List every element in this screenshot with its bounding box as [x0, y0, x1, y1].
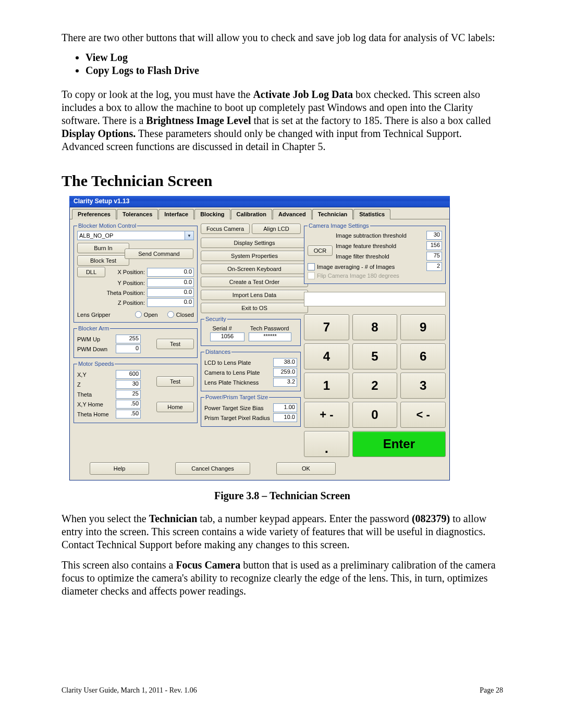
tab-preferences[interactable]: Preferences — [72, 209, 116, 219]
key-8[interactable]: 8 — [352, 314, 398, 340]
sub-threshold-field[interactable]: 30 — [426, 231, 442, 240]
feat-threshold-field[interactable]: 156 — [426, 241, 442, 250]
paragraph-4: This screen also contains a Focus Camera… — [62, 559, 503, 598]
key-enter[interactable]: Enter — [352, 431, 446, 457]
xy-field[interactable]: 600 — [116, 370, 141, 379]
pwmdn-label: PWM Down — [77, 346, 114, 352]
legend-distances: Distances — [204, 349, 231, 355]
key-plusminus[interactable]: + - — [304, 402, 349, 428]
block-test-button[interactable]: Block Test — [77, 255, 129, 266]
footer-right: Page 28 — [480, 686, 503, 695]
avg-checkbox[interactable] — [308, 263, 315, 270]
key-backspace[interactable]: < - — [400, 402, 446, 428]
lcd-dist-field[interactable]: 38.0 — [273, 358, 297, 367]
command-dropdown[interactable]: ALB_NO_OP ▼ — [77, 231, 194, 240]
group-camera: Camera Image Settings OCR Image subtract… — [304, 223, 446, 284]
group-motor-speeds: Motor Speeds X,Y600 Z30 Theta25 X,Y Home… — [74, 361, 198, 423]
gripper-open-label: Open — [144, 312, 158, 318]
cam-dist-field[interactable]: 259.0 — [273, 368, 297, 377]
import-lens-data-button[interactable]: Import Lens Data — [201, 290, 308, 300]
align-lcd-button[interactable]: Align LCD — [252, 224, 301, 234]
bullet-view-log: View Log — [85, 52, 503, 64]
legend-camera: Camera Image Settings — [308, 223, 370, 229]
tab-interface[interactable]: Interface — [158, 209, 194, 219]
group-security: Security Serial # Tech Password 1056 ***… — [201, 316, 301, 346]
motor-test-button[interactable]: Test — [156, 376, 194, 387]
key-dot[interactable]: . — [304, 431, 349, 457]
paragraph-3: When you select the Technician tab, a nu… — [62, 512, 503, 551]
xyhome-field[interactable]: .50 — [116, 400, 141, 409]
chevron-down-icon: ▼ — [185, 231, 193, 240]
tab-calibration[interactable]: Calibration — [231, 209, 272, 219]
gripper-closed-radio[interactable] — [167, 311, 174, 318]
theta-speed-field[interactable]: 25 — [116, 390, 141, 399]
intro-paragraph: There are two other buttons that will al… — [62, 31, 503, 44]
tab-technician[interactable]: Technician — [312, 209, 353, 219]
paragraph-2: To copy or look at the log, you must hav… — [62, 88, 503, 153]
create-test-order-button[interactable]: Create a Test Order — [201, 277, 308, 287]
thk-dist-field[interactable]: 3.2 — [273, 378, 297, 387]
key-3[interactable]: 3 — [400, 373, 446, 399]
group-blocker-motion: Blocker Motion Control ALB_NO_OP ▼ Burn … — [74, 223, 198, 323]
serial-field[interactable]: 1056 — [210, 332, 244, 341]
cancel-changes-button[interactable]: Cancel Changes — [175, 462, 250, 475]
command-value: ALB_NO_OP — [79, 232, 113, 239]
ypos-label: Y Position: — [100, 280, 145, 286]
burn-in-button[interactable]: Burn In — [77, 243, 129, 253]
techpass-field[interactable]: ****** — [249, 332, 291, 341]
filt-threshold-field[interactable]: 75 — [426, 252, 442, 261]
gripper-open-radio[interactable] — [135, 311, 142, 318]
avg-field[interactable]: 2 — [426, 262, 442, 271]
flip-label: Flip Camera Image 180 degrees — [317, 273, 399, 279]
pw-label: Tech Password — [250, 325, 289, 331]
keypad: 7 8 9 4 5 6 1 2 3 + - 0 < - . Enter — [304, 314, 446, 457]
serial-label: Serial # — [213, 325, 232, 331]
key-5[interactable]: 5 — [352, 343, 398, 369]
xpos-field[interactable]: 0.0 — [147, 268, 194, 277]
exit-to-os-button[interactable]: Exit to OS — [201, 303, 308, 313]
key-6[interactable]: 6 — [400, 343, 446, 369]
legend-blocker-arm: Blocker Arm — [77, 325, 110, 331]
gripper-closed-label: Closed — [176, 312, 194, 318]
tab-tolerances[interactable]: Tolerances — [117, 209, 158, 219]
key-0[interactable]: 0 — [352, 402, 398, 428]
pwmup-field[interactable]: 255 — [116, 335, 141, 343]
legend-power-prism: Power/Prism Target Size — [204, 394, 269, 400]
z-field[interactable]: 30 — [116, 380, 141, 389]
onscreen-keyboard-button[interactable]: On-Screen Keyboard — [201, 264, 308, 274]
dll-button[interactable]: DLL — [77, 267, 105, 277]
key-4[interactable]: 4 — [304, 343, 349, 369]
focus-camera-button[interactable]: Focus Camera — [201, 224, 250, 234]
key-2[interactable]: 2 — [352, 373, 398, 399]
tab-blocking[interactable]: Blocking — [194, 209, 230, 219]
ok-button[interactable]: OK — [276, 462, 336, 475]
key-7[interactable]: 7 — [304, 314, 349, 340]
section-title: The Technician Screen — [62, 172, 503, 190]
motor-home-button[interactable]: Home — [156, 402, 194, 412]
radius-field[interactable]: 10.0 — [273, 413, 297, 422]
legend-blocker-motion: Blocker Motion Control — [77, 223, 137, 229]
tab-statistics[interactable]: Statistics — [353, 209, 390, 219]
arm-test-button[interactable]: Test — [156, 339, 194, 349]
thetahome-field[interactable]: .50 — [116, 410, 141, 418]
flip-checkbox — [308, 272, 315, 279]
theta-field[interactable]: 0.0 — [147, 288, 194, 297]
pwmdn-field[interactable]: 0 — [116, 344, 141, 353]
key-1[interactable]: 1 — [304, 373, 349, 399]
system-properties-button[interactable]: System Properties — [201, 251, 308, 261]
tab-advanced[interactable]: Advanced — [273, 209, 312, 219]
send-command-button[interactable]: Send Command — [125, 249, 193, 259]
legend-security: Security — [204, 316, 227, 322]
keypad-display[interactable] — [304, 292, 446, 306]
bias-field[interactable]: 1.00 — [273, 403, 297, 412]
display-settings-button[interactable]: Display Settings — [201, 238, 308, 248]
gripper-label: Lens Gripper — [77, 312, 111, 318]
key-9[interactable]: 9 — [400, 314, 446, 340]
help-button[interactable]: Help — [90, 462, 149, 475]
zpos-field[interactable]: 0.0 — [147, 298, 194, 307]
group-power-prism: Power/Prism Target Size Power Target Siz… — [201, 394, 301, 427]
ocr-button[interactable]: OCR — [308, 245, 333, 256]
ypos-field[interactable]: 0.0 — [147, 278, 194, 287]
legend-motor: Motor Speeds — [77, 361, 115, 367]
tabstrip: Preferences Tolerances Interface Blockin… — [70, 207, 449, 219]
